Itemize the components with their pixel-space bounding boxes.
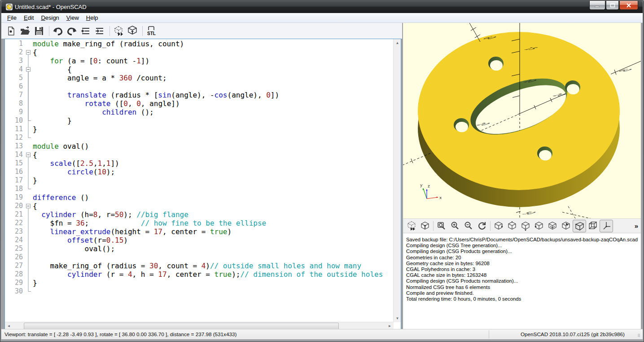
line-number: 6 [5, 82, 23, 91]
reset-view-icon[interactable] [475, 220, 489, 232]
line-number: 23 [5, 227, 23, 236]
line-number: 29 [5, 279, 23, 287]
open-icon[interactable] [19, 25, 31, 37]
preview-icon[interactable] [112, 25, 125, 37]
view-right-icon[interactable] [492, 220, 505, 232]
line-number: 21 [5, 210, 23, 219]
maximize-button[interactable] [606, 1, 619, 10]
flange-model [418, 32, 620, 207]
resize-grip[interactable]: ⠿ [637, 333, 641, 338]
code-line: cylinder (h=8, r=50); //big flange [33, 210, 188, 219]
line-number: 19 [5, 193, 23, 202]
svg-text:z: z [428, 184, 430, 188]
titlebar[interactable]: Untitled.scad* - OpenSCAD [1, 1, 643, 13]
zoom-in-icon[interactable] [448, 220, 462, 232]
menu-help[interactable]: Help [83, 13, 101, 22]
window-frame: Untitled.scad* - OpenSCAD FileEditDesign… [0, 0, 644, 342]
toolbar-separator [142, 26, 143, 36]
console-output[interactable]: Saved backup file: C:/Users/ChrisP/Docum… [403, 233, 641, 330]
show-axes-icon[interactable] [600, 220, 613, 232]
console-line: Compile and preview finished. [406, 290, 474, 296]
line-number: 12 [5, 133, 23, 142]
code-editor[interactable]: 1module make_ring_of (radius, count)2{3 … [4, 39, 401, 330]
view-top-icon[interactable] [505, 220, 519, 232]
console-line: Geometry cache size in bytes: 96208 [406, 261, 490, 266]
line-number: 15 [5, 159, 23, 168]
code-line: rotate ([0, 0, angle]) [33, 99, 180, 108]
code-line: difference () [33, 193, 89, 202]
line-number: 9 [5, 108, 23, 116]
view-back-icon[interactable] [559, 220, 573, 232]
main-toolbar: STL [1, 23, 402, 39]
unindent-icon[interactable] [79, 25, 92, 37]
menu-view[interactable]: View [63, 13, 82, 22]
new-icon[interactable] [5, 25, 18, 37]
perspective-icon[interactable] [573, 220, 586, 232]
right-pane: 15 10 20 60 60 20 50 [403, 23, 641, 330]
menu-file[interactable]: File [4, 13, 20, 22]
save-icon[interactable] [33, 25, 45, 37]
render-icon[interactable] [418, 220, 432, 232]
zoom-out-icon[interactable] [462, 220, 475, 232]
menu-design[interactable]: Design [38, 13, 62, 22]
undo-icon[interactable] [52, 25, 64, 37]
editor-vertical-scrollbar[interactable]: ▲ ▼ [393, 39, 401, 322]
line-number: 4 [5, 65, 23, 74]
zoom-all-icon[interactable] [435, 220, 448, 232]
svg-text:STL: STL [147, 31, 156, 36]
toolbar-separator [490, 221, 491, 231]
code-line: } [33, 116, 72, 125]
console-line: Geometries in cache: 20 [406, 255, 461, 261]
orthogonal-icon[interactable] [586, 220, 600, 232]
console-line: Total rendering time: 0 hours, 0 minutes… [406, 296, 521, 302]
close-button[interactable] [619, 1, 638, 10]
preview-icon[interactable] [405, 220, 418, 232]
code-line: offset(r=0.15) [33, 236, 128, 244]
line-number: 11 [5, 125, 23, 133]
line-number: 24 [5, 236, 23, 244]
code-line: } [33, 125, 37, 133]
menu-edit[interactable]: Edit [21, 13, 37, 22]
code-line: module make_ring_of (radius, count) [33, 40, 184, 48]
line-number: 7 [5, 91, 23, 99]
line-number: 13 [5, 142, 23, 151]
code-line: for (a = [0: count -1]) [33, 57, 149, 65]
line-number: 26 [5, 253, 23, 262]
line-number: 22 [5, 219, 23, 227]
viewport-toolbar: » [403, 218, 641, 233]
line-number: 28 [5, 270, 23, 279]
console-line: Compiling design (CSG Products generatio… [406, 249, 512, 254]
console-line: Normalized CSG tree has 6 elements [406, 284, 490, 290]
toolbar-overflow-button[interactable]: » [635, 222, 638, 230]
code-line: make_ring_of (radius = 30, count = 4)// … [33, 262, 361, 270]
minimize-button[interactable] [589, 1, 605, 10]
code-line: { [33, 151, 37, 159]
line-number: 1 [5, 40, 23, 48]
fold-margin[interactable] [25, 40, 33, 309]
code-line: $fn = 36; // how fine to be the ellipse [33, 219, 266, 227]
code-line: } [33, 279, 37, 287]
openscad-logo-icon [5, 3, 13, 11]
view-left-icon[interactable] [532, 220, 546, 232]
code-line: angle = a * 360 /count; [33, 74, 167, 82]
line-number: 18 [5, 185, 23, 193]
line-number: 16 [5, 168, 23, 176]
redo-icon[interactable] [66, 25, 78, 37]
code-line: children (); [33, 108, 154, 116]
statusbar-separator [489, 330, 489, 338]
code-line: circle(10); [33, 168, 115, 176]
view-front-icon[interactable] [546, 220, 559, 232]
render-icon[interactable] [126, 25, 139, 37]
export-stl-icon[interactable]: STL [145, 25, 158, 37]
menubar: FileEditDesignViewHelp [1, 13, 643, 23]
3d-viewport[interactable]: 15 10 20 60 60 20 50 [403, 23, 641, 218]
svg-text:x: x [439, 195, 442, 200]
line-number: 5 [5, 74, 23, 82]
indent-icon[interactable] [93, 25, 106, 37]
line-number: 8 [5, 99, 23, 108]
view-bottom-icon[interactable] [519, 220, 532, 232]
code-line: scale([2.5,1,1]) [33, 159, 119, 168]
console-line: Compiling design (CSG Tree generation)..… [406, 243, 502, 249]
line-number: 27 [5, 262, 23, 270]
window-title: Untitled.scad* - OpenSCAD [15, 4, 87, 10]
